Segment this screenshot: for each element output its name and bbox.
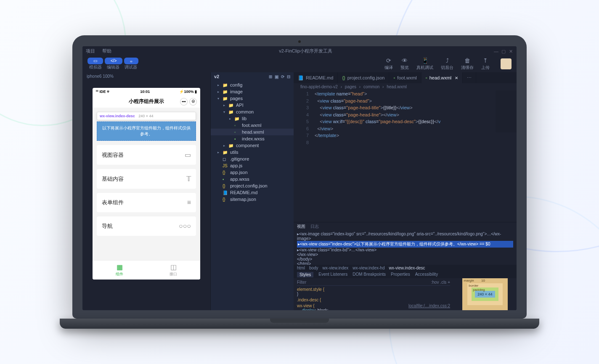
tree-item[interactable]: ▾📁pages [211, 95, 294, 102]
styles-tab[interactable]: Accessibility [415, 272, 438, 277]
element-crumb[interactable]: html [297, 266, 305, 270]
project-root[interactable]: v2 [214, 74, 219, 79]
tree-item[interactable]: ▸📁utils [211, 149, 294, 156]
toolbar-预览[interactable]: 👁预览 [400, 57, 409, 71]
tree-item[interactable]: 📘README.md [211, 189, 294, 196]
tree-item[interactable]: ▸📁API [211, 102, 294, 108]
element-node[interactable]: ▸<wx-image class="index-logo" src="../re… [297, 232, 513, 241]
element-node[interactable]: ▸<wx-view class="index-desc">以下将展示小程序官方组… [297, 241, 513, 248]
editor-tab[interactable]: ▫head.wxml✕ [421, 72, 463, 83]
tree-item[interactable]: ▪app.wxss [211, 176, 294, 182]
toolbar-上传[interactable]: ⤒上传 [481, 57, 490, 71]
devtools-tab-view[interactable]: 视图 [297, 224, 305, 229]
simulator-panel: iphone6 100% ᴵᴵᴵ IDE ᯤ 10:01 ⚡100% ▮ 小程序… [82, 72, 210, 310]
mode-debugger[interactable]: ⏛ [124, 58, 138, 64]
crumb[interactable]: common [363, 84, 379, 89]
avatar[interactable] [501, 58, 512, 69]
list-item[interactable]: 表单组件≡ [97, 193, 196, 212]
tool-label: 预览 [400, 65, 409, 71]
element-crumb[interactable]: wx-view.index [323, 266, 349, 270]
styles-tab[interactable]: Event Listeners [318, 272, 347, 277]
toolbar-真机调试[interactable]: 📱真机调试 [416, 57, 433, 71]
phone-tab-接口[interactable]: ◫接口 [146, 261, 200, 280]
minimap[interactable] [496, 90, 517, 132]
tree-item[interactable]: {}app.json [211, 169, 294, 176]
tree-item[interactable]: ▾📁common [211, 108, 294, 115]
tabs-overflow[interactable]: ⋯ [463, 72, 476, 83]
element-crumb[interactable]: body [309, 266, 318, 270]
maximize-icon[interactable]: ▢ [501, 49, 506, 53]
close-tab-icon[interactable]: ✕ [455, 76, 458, 80]
tree-item[interactable]: ▫foot.wxml [211, 122, 294, 129]
tree-item[interactable]: ▸📁config [211, 82, 294, 88]
phone-tab-组件[interactable]: ▦组件 [93, 261, 146, 280]
toolbar-切后台[interactable]: ⤴切后台 [441, 57, 453, 71]
editor-tab[interactable]: ▫foot.wxml [389, 72, 421, 83]
styles-tab[interactable]: Properties [391, 272, 410, 277]
new-folder-icon[interactable]: ▣ [275, 74, 278, 79]
mode-label: 模拟器 [87, 64, 103, 70]
highlighted-element[interactable]: 以下将展示小程序官方组件能力，组件样式仅供参考。 [97, 121, 196, 141]
more-icon[interactable]: ••• [180, 98, 188, 106]
devtools-tab-log[interactable]: 日志 [310, 224, 319, 229]
window-title: v2-FinClip小程序开发工具 [117, 48, 494, 54]
file-name: foot.wxml [242, 123, 261, 128]
styles-tab[interactable]: DOM Breakpoints [353, 272, 386, 277]
tree-item[interactable]: ▸📁component [211, 142, 294, 149]
mode-simulator[interactable]: ▭ [87, 58, 103, 64]
css-rule[interactable]: wx-view {localfile:/…index.css:2display:… [297, 303, 450, 311]
styles-tabs: StylesEvent ListenersDOM BreakpointsProp… [294, 271, 517, 278]
elements-tree[interactable]: ▸<wx-image class="index-logo" src="../re… [294, 231, 517, 265]
collapse-icon[interactable]: ⊟ [287, 74, 290, 79]
code-editor[interactable]: 1<template name="head">2 <view class="pa… [294, 90, 517, 222]
menu-project[interactable]: 项目 [86, 48, 95, 53]
styles-tab[interactable]: Styles [297, 272, 313, 277]
tree-item[interactable]: ▫head.wxml [211, 129, 294, 135]
close-icon[interactable]: ✕ [509, 49, 513, 53]
crumb[interactable]: fino-applet-demo-v2 [300, 84, 338, 89]
new-file-icon[interactable]: ⊞ [269, 74, 272, 79]
minimize-icon[interactable]: — [494, 49, 498, 53]
mode-editor[interactable]: </> [105, 58, 122, 64]
tab-icon: ▦ [95, 263, 144, 271]
css-rule[interactable]: .index-desc {</span></div><div class="pr… [297, 298, 450, 302]
element-crumb[interactable]: wx-view.index-hd [353, 266, 384, 270]
code-text: <view wx:if="{{desc}}" class="page-head-… [315, 118, 440, 125]
tree-item[interactable]: ▸📁image [211, 88, 294, 95]
tab-label: foot.wxml [397, 75, 416, 80]
crumb[interactable]: head.wxml [387, 84, 407, 89]
styles-filter-actions[interactable]: :hov .cls + [431, 280, 450, 285]
tool-label: 清缓存 [461, 65, 474, 71]
file-name: .gitignore [230, 156, 249, 161]
element-node[interactable]: </wx-view> [297, 252, 513, 257]
element-node[interactable]: </html> [297, 261, 513, 265]
crumb[interactable]: pages [345, 84, 356, 89]
close-capsule-icon[interactable]: ⦾ [189, 98, 197, 106]
tree-item[interactable]: ▪index.wxss [211, 135, 294, 142]
tree-item[interactable]: JSapp.js [211, 162, 294, 169]
tree-item[interactable]: {}project.config.json [211, 182, 294, 189]
styles-filter[interactable]: Filter [297, 280, 306, 285]
toolbar-清缓存[interactable]: 🗑清缓存 [461, 57, 474, 71]
code-text: <view class="page-head-title">{{title}}<… [315, 104, 413, 111]
refresh-icon[interactable]: ⟳ [281, 74, 284, 79]
simulator-device-label[interactable]: iphone6 100% [82, 72, 210, 80]
element-node[interactable]: ▸<wx-view class="index-bd">…</wx-view> [297, 248, 513, 252]
list-item[interactable]: 基础内容𝕋 [97, 169, 196, 189]
tool-icon: 📱 [421, 57, 429, 64]
element-crumb[interactable]: wx-view.index-desc [389, 266, 425, 270]
tree-item[interactable]: ◻.gitignore [211, 156, 294, 162]
tree-item[interactable]: {}sitemap.json [211, 196, 294, 203]
tree-item[interactable]: ▸📁lib [211, 115, 294, 122]
breadcrumb: fino-applet-demo-v2 › pages › common › h… [294, 83, 517, 90]
list-item[interactable]: 导航○○○ [97, 216, 196, 236]
css-rule[interactable]: element.style {} [297, 287, 450, 296]
tab-label: head.wxml [429, 75, 452, 80]
editor-tab[interactable]: 📘README.md [294, 72, 338, 83]
list-item[interactable]: 视图容器▭ [97, 145, 196, 165]
editor-tab[interactable]: {}project.config.json [338, 72, 389, 83]
toolbar-编译[interactable]: ⟳编译 [384, 57, 393, 71]
element-node[interactable]: </body> [297, 257, 513, 261]
menu-help[interactable]: 帮助 [102, 48, 111, 53]
styles-panel[interactable]: Filter :hov .cls + element.style {}.inde… [294, 278, 453, 311]
